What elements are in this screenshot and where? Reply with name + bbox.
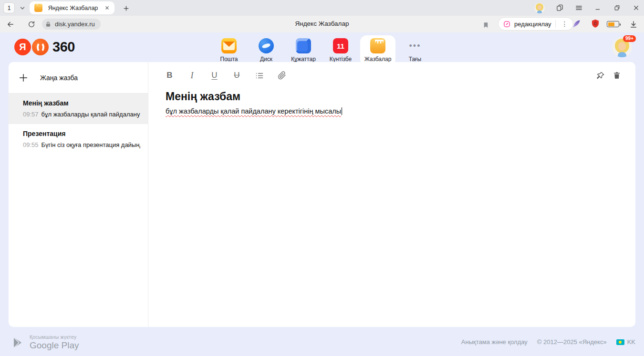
mail-icon [221,38,237,53]
edit-icon [503,21,510,28]
disk-icon [259,38,274,53]
app-panel: Жаңа жазба Менің жазбам 09:57бұл жазбала… [9,62,635,327]
new-note-button[interactable]: Жаңа жазба [9,62,148,94]
lock-icon [45,21,52,28]
google-play-icon [12,336,24,349]
tab-counter-button[interactable]: 1 [3,2,15,13]
page-footer: Қосымшаны жүктеу Google Play Анықтама жә… [0,327,644,356]
store-caption: Қосымшаны жүктеу [30,334,79,340]
bold-button[interactable]: B [165,70,174,81]
edit-mode-label: редакциялау [514,21,551,28]
store-name: Google Play [30,340,79,351]
note-list-item[interactable]: Презентация 09:55Бүгін сіз оқуға презент… [9,124,148,155]
service-calendar[interactable]: 11 Күнтізбе [323,35,358,66]
note-item-time: 09:57 [23,111,39,118]
underline-button[interactable]: U [210,70,219,81]
tab-counter-value: 1 [8,5,11,11]
chip-divider [555,20,556,28]
pin-note-icon[interactable] [596,70,605,81]
protect-shield-icon[interactable] [591,19,600,28]
notes-sidebar: Жаңа жазба Менің жазбам 09:57бұл жазбала… [9,62,148,327]
note-body[interactable]: бұл жазбаларды қалай пайдалану керектігі… [166,107,342,115]
edit-mode-chip[interactable]: редакциялау ⋮ [498,17,573,31]
bookmark-icon[interactable] [481,20,490,30]
kazakhstan-flag-icon [616,339,624,345]
minimize-icon[interactable] [593,4,602,12]
note-item-time: 09:55 [23,141,39,148]
pen-extension-icon[interactable] [571,19,581,29]
reload-icon[interactable] [27,20,36,29]
services-nav: Пошта Диск Құжаттар 11 Күнтізбе Жазбалар… [0,35,644,66]
url-text: disk.yandex.ru [55,21,95,28]
help-link[interactable]: Анықтама және қолдау [461,338,528,346]
note-list-item[interactable]: Менің жазбам 09:57бұл жазбаларды қалай п… [9,94,148,124]
battery-icon[interactable] [607,21,619,27]
format-toolbar: B I U U [165,70,286,81]
delete-note-icon[interactable] [612,70,621,81]
note-item-snippet: бұл жазбаларды қалай пайдалану ке… [42,111,140,118]
language-selector[interactable]: KK [616,338,635,346]
chip-more-icon[interactable]: ⋮ [560,20,570,28]
note-item-title: Менің жазбам [23,99,140,107]
strikethrough-button[interactable]: U [232,70,241,81]
note-item-snippet: Бүгін сіз оқуға презентация дайында… [42,141,140,148]
language-code: KK [627,338,635,346]
notification-badge: 99+ [623,35,636,42]
tab-list-chevron-icon[interactable] [17,2,28,13]
service-header: Я 360 Пошта Диск Құжаттар 11 Күнтізбе [0,32,644,62]
text-cursor [342,107,342,115]
service-more[interactable]: ••• Тағы [397,35,433,66]
note-actions [596,70,621,81]
user-avatar[interactable]: 99+ [612,37,632,57]
italic-button[interactable]: I [187,70,197,81]
browser-window: 1 Яндекс Жазбалар [0,0,644,356]
profile-avatar-icon[interactable] [534,3,545,13]
address-bar[interactable]: disk.yandex.ru [42,19,101,30]
service-notes[interactable]: Жазбалар [360,35,395,66]
window-controls [534,0,640,16]
notes-icon [370,38,385,53]
google-play-link[interactable]: Қосымшаны жүктеу Google Play [12,334,79,351]
close-window-icon[interactable] [632,4,640,12]
tab-close-icon[interactable] [104,4,111,12]
download-icon[interactable] [629,20,638,29]
notes-favicon-icon [34,4,42,12]
plus-icon [18,73,29,83]
restore-icon[interactable] [613,4,621,12]
note-item-title: Презентация [23,130,140,137]
back-icon[interactable] [6,20,15,29]
menu-icon[interactable] [574,4,583,12]
service-disk[interactable]: Диск [249,35,284,66]
new-tab-button[interactable] [120,2,132,14]
browser-tab-bar: 1 Яндекс Жазбалар [0,0,644,16]
bullet-list-button[interactable] [255,70,264,81]
attach-button[interactable] [277,70,286,81]
tab-panels-icon[interactable] [555,4,564,12]
calendar-icon: 11 [333,38,348,53]
note-editor: B I U U Менің жазбам бұл жа [148,62,635,327]
documents-icon [296,38,311,53]
footer-links: Анықтама және қолдау © 2012—2025 «Яндекс… [461,338,635,346]
tab-title: Яндекс Жазбалар [42,5,104,11]
browser-toolbar: disk.yandex.ru Яндекс Жазбалар редакциял… [0,16,644,32]
new-note-label: Жаңа жазба [40,74,78,82]
browser-tab[interactable]: Яндекс Жазбалар [30,1,114,14]
service-docs[interactable]: Құжаттар [286,35,321,66]
copyright-text: © 2012—2025 «Яндекс» [537,338,607,346]
note-title[interactable]: Менің жазбам [166,90,240,103]
service-mail[interactable]: Пошта [211,35,247,66]
note-body-text: бұл жазбаларды қалай пайдалану керектігі… [166,107,341,115]
more-icon: ••• [407,38,423,53]
